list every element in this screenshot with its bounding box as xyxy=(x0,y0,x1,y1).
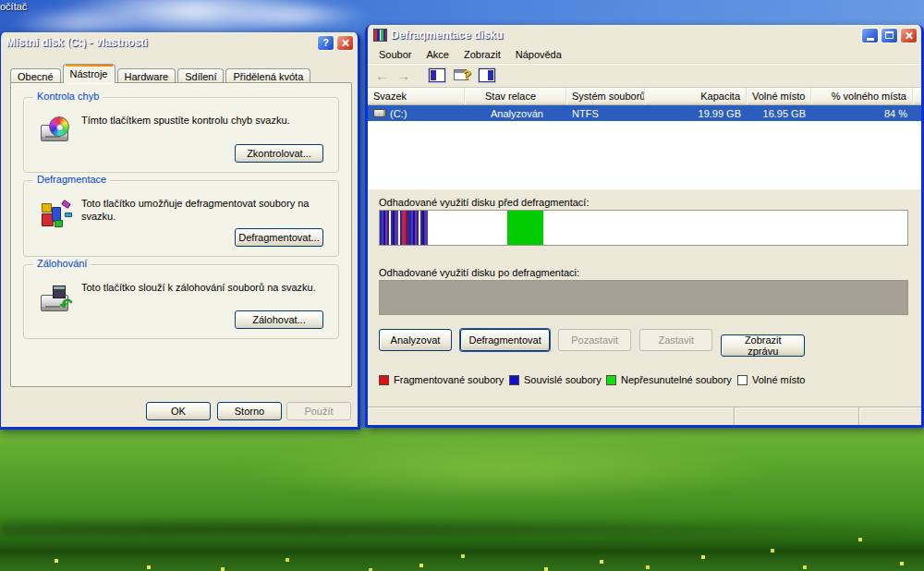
backup-now-button[interactable]: Zálohovat... xyxy=(235,310,323,329)
volume-list: Svazek Stav relace Systém souborů Kapaci… xyxy=(368,88,921,189)
legend-free: Volné místo xyxy=(737,374,805,385)
legend-contiguous: Souvislé soubory xyxy=(509,374,602,385)
backup-icon: ↶ xyxy=(40,284,75,315)
group-text: Toto tlačítko umožňuje defragmentovat so… xyxy=(81,197,329,223)
defrag-display-pane: Odhadované využití disku před defragment… xyxy=(368,189,921,407)
defrag-app-icon xyxy=(373,29,387,42)
properties-titlebar[interactable]: Místní disk (C:) - vlastnosti ? xyxy=(1,32,358,53)
group-title: Defragmentace xyxy=(33,174,110,185)
group-defragmentace: Defragmentace Toto tlačítko umožňuje def… xyxy=(23,180,339,257)
action-buttons: Analyzovat Defragmentovat Pozastavit Zas… xyxy=(379,329,810,351)
stop-button[interactable]: Zastavit xyxy=(639,329,712,351)
volume-row-c[interactable]: (C:) Analyzován NTFS 19.99 GB 16.95 GB 8… xyxy=(368,105,921,121)
defrag-title: Defragmentace disku xyxy=(391,29,859,42)
close-icon xyxy=(905,31,913,40)
check-now-button[interactable]: Zkontrolovat... xyxy=(235,144,323,163)
minimize-button[interactable] xyxy=(861,28,879,43)
group-text: Tímto tlačítkem spustíte kontrolu chyb s… xyxy=(81,114,329,127)
column-volne-misto[interactable]: Volné místo xyxy=(747,88,811,104)
tab-strip: Obecné Nástroje Hardware Sdílení Přiděle… xyxy=(10,65,312,83)
show-pane-icon[interactable] xyxy=(479,68,495,82)
column-system-souboru[interactable]: Systém souborů xyxy=(566,88,645,104)
minimize-icon xyxy=(867,38,874,41)
properties-title: Místní disk (C:) - vlastnosti xyxy=(6,36,315,49)
usage-segment-empty xyxy=(380,281,907,314)
desktop-wallpaper-grass xyxy=(0,428,924,571)
column-procento[interactable]: % volného místa xyxy=(811,88,913,104)
status-bar xyxy=(368,407,921,425)
help-button[interactable]: ? xyxy=(317,35,334,51)
legend: Fragmentované soubory Souvislé soubory N… xyxy=(379,374,908,388)
defragment-icon xyxy=(40,200,75,231)
drive-icon xyxy=(373,109,386,117)
view-report-button[interactable]: Zobrazit zprávu xyxy=(721,334,805,357)
status-pane xyxy=(734,407,858,425)
back-icon[interactable]: ← xyxy=(375,67,389,83)
usage-before-bar xyxy=(379,210,908,246)
ok-button[interactable]: OK xyxy=(146,402,211,420)
group-title: Kontrola chyb xyxy=(33,91,103,102)
cancel-button[interactable]: Storno xyxy=(217,402,282,420)
close-button[interactable] xyxy=(900,28,918,43)
forward-icon[interactable]: → xyxy=(396,67,410,83)
close-button[interactable] xyxy=(336,35,354,51)
status-pane xyxy=(368,407,734,425)
tab-nastroje[interactable]: Nástroje xyxy=(63,64,116,83)
legend-swatch-unmovable xyxy=(606,375,616,385)
status-pane xyxy=(858,407,921,425)
menu-akce[interactable]: Akce xyxy=(419,47,456,62)
desktop-icon-label[interactable]: očítač xyxy=(0,1,27,12)
help-icon[interactable]: ? xyxy=(454,68,470,82)
apply-button[interactable]: Použít xyxy=(286,402,351,420)
column-kapacita[interactable]: Kapacita xyxy=(645,88,747,104)
toolbar: ← → ? xyxy=(368,64,921,88)
group-text: Toto tlačítko slouží k zálohování soubor… xyxy=(81,281,329,294)
properties-body: Obecné Nástroje Hardware Sdílení Přiděle… xyxy=(1,53,358,427)
usage-segment-fragmented xyxy=(380,211,429,245)
analyze-button[interactable]: Analyzovat xyxy=(379,329,452,351)
properties-dialog: Místní disk (C:) - vlastnosti ? Obecné N… xyxy=(0,32,360,430)
legend-swatch-free xyxy=(737,375,748,385)
menubar: Soubor Akce Zobrazit Nápověda xyxy=(368,45,921,64)
menu-napoveda[interactable]: Nápověda xyxy=(508,47,569,62)
list-header: Svazek Stav relace Systém souborů Kapaci… xyxy=(368,88,921,105)
legend-fragmented: Fragmentované soubory xyxy=(379,374,504,385)
maximize-button[interactable] xyxy=(881,28,898,43)
usage-segment-unmovable xyxy=(507,211,543,245)
menu-soubor[interactable]: Soubor xyxy=(371,47,419,62)
usage-after-bar xyxy=(379,280,908,315)
group-zalohovani: Zálohování ↶ Toto tlačítko slouží k zálo… xyxy=(23,264,339,339)
tab-panel-nastroje: Kontrola chyb Tímto tlačítkem spustíte k… xyxy=(10,82,352,387)
show-console-tree-icon[interactable] xyxy=(429,68,445,82)
group-kontrola-chyb: Kontrola chyb Tímto tlačítkem spustíte k… xyxy=(23,97,339,173)
menu-zobrazit[interactable]: Zobrazit xyxy=(456,47,508,62)
defrag-titlebar[interactable]: Defragmentace disku xyxy=(368,25,921,45)
usage-segment-free xyxy=(543,211,907,245)
legend-swatch-contiguous xyxy=(509,375,519,385)
column-svazek[interactable]: Svazek xyxy=(368,88,465,104)
cloud xyxy=(222,2,370,30)
column-stav-relace[interactable]: Stav relace xyxy=(465,88,566,104)
group-title: Zálohování xyxy=(33,258,91,269)
usage-before-label: Odhadované využití disku před defragment… xyxy=(379,197,589,208)
usage-after-label: Odhadované využití disku po defragmentac… xyxy=(379,267,579,278)
check-disk-icon xyxy=(40,116,75,148)
defragment-button[interactable]: Defragmentovat xyxy=(460,329,550,351)
pause-button[interactable]: Pozastavit xyxy=(558,329,631,351)
close-icon xyxy=(341,39,349,47)
legend-unmovable: Nepřesunutelné soubory xyxy=(606,374,732,385)
defrag-window: Defragmentace disku Soubor Akce Zobrazit… xyxy=(365,25,924,428)
defragment-now-button[interactable]: Defragmentovat... xyxy=(235,228,323,247)
maximize-icon xyxy=(885,31,894,39)
usage-segment-free xyxy=(429,211,507,245)
legend-swatch-fragmented xyxy=(379,375,389,385)
